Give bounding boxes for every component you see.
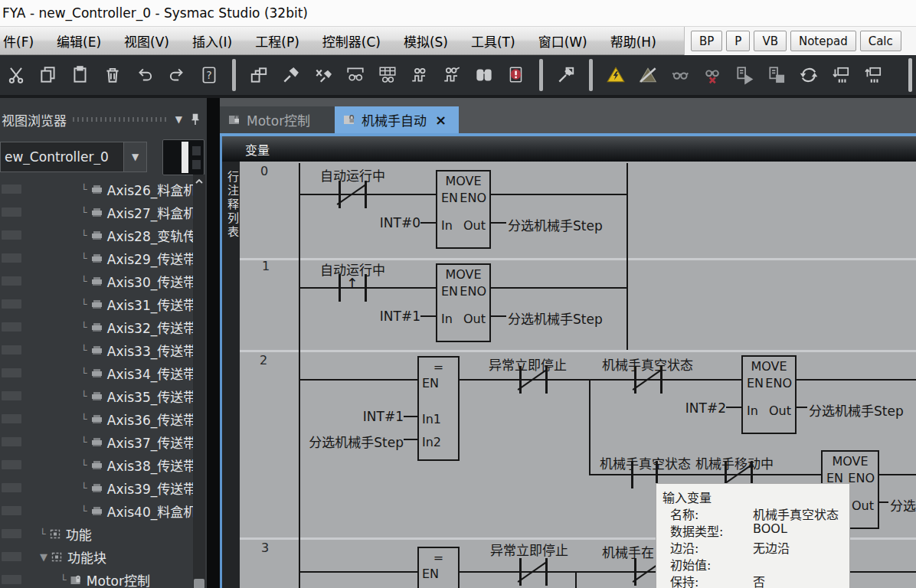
sidebar-item-axis37[interactable]: └Axis37_传送带	[0, 430, 193, 453]
transfer-to-controller-icon[interactable]	[731, 60, 757, 90]
block-in1-operand[interactable]: INT#1	[329, 409, 404, 424]
upload-from-controller-icon[interactable]	[860, 60, 886, 90]
contact-operand-label[interactable]: 异常立即停止	[489, 354, 567, 374]
tab-motor-control[interactable]: Motor控制	[220, 106, 335, 133]
toolbar-edge-handle[interactable]	[908, 58, 912, 92]
sidebar-item-axis36[interactable]: └Axis36_传送带	[0, 407, 193, 430]
cut-icon[interactable]	[3, 60, 29, 90]
delete-icon[interactable]	[100, 60, 126, 90]
watch-table-icon[interactable]	[375, 60, 401, 90]
rung-number[interactable]: 0	[260, 164, 268, 178]
sidebar-item-motor-control[interactable]: └Motor控制	[0, 568, 193, 588]
chevron-down-icon[interactable]: ▼	[123, 142, 146, 172]
block-in2-operand[interactable]: 分选机械手Step	[276, 432, 404, 451]
pane-divider[interactable]	[207, 98, 220, 588]
quick-button-bp[interactable]: BP	[691, 31, 722, 51]
menu-help[interactable]: 帮助(H)	[599, 27, 668, 54]
monitor-icon[interactable]	[667, 60, 693, 90]
go-offline-icon[interactable]	[635, 60, 661, 90]
equals-function-block[interactable]: = EN	[417, 547, 460, 588]
tab-robot-auto[interactable]: 机械手自动 ×	[335, 106, 459, 133]
download-to-controller-icon[interactable]	[828, 60, 854, 90]
block-out-operand[interactable]: 分选机械手Step	[809, 400, 904, 420]
chevron-down-icon[interactable]: ▼	[175, 114, 182, 125]
differential-trace-icon[interactable]	[439, 60, 465, 90]
move-function-block[interactable]: MOVE EN ENO In Out	[436, 263, 491, 342]
watch-window-icon[interactable]	[342, 60, 368, 90]
block-out-operand[interactable]: 分选机械手Step	[508, 309, 603, 328]
block-out-operand[interactable]: 分选	[890, 495, 916, 514]
transfer-from-controller-icon[interactable]	[764, 60, 790, 90]
menu-controller[interactable]: 控制器(C)	[311, 27, 392, 54]
rung-number[interactable]: 1	[262, 259, 270, 273]
synchronize-icon[interactable]	[796, 60, 822, 90]
controller-select[interactable]: ew_Controller_0 ▼	[0, 142, 147, 172]
sidebar-item-axis26[interactable]: └Axis26_料盒机	[0, 178, 193, 201]
redo-icon[interactable]	[164, 60, 190, 90]
quick-button-notepad[interactable]: Notepad	[790, 31, 856, 51]
help-icon[interactable]: ?	[196, 60, 222, 90]
no-contact[interactable]	[631, 461, 633, 488]
quick-button-vb[interactable]: VB	[754, 31, 787, 51]
quick-button-calc[interactable]: Calc	[860, 31, 901, 51]
rebuild-icon[interactable]	[310, 60, 336, 90]
sidebar-item-axis38[interactable]: └Axis38_传送带	[0, 453, 193, 476]
rung-comment-strip[interactable]: 行注释列表	[222, 162, 240, 588]
move-function-block[interactable]: MOVE EN ENO In Out	[741, 355, 797, 434]
undo-icon[interactable]	[132, 60, 158, 90]
wire	[420, 315, 436, 317]
menu-insert[interactable]: 插入(I)	[181, 27, 244, 54]
contact-operand-label[interactable]: 机械手真空状态	[602, 354, 693, 374]
sidebar-item-axis31[interactable]: └Axis31_传送带	[0, 292, 193, 315]
build-objects-icon[interactable]	[246, 60, 272, 90]
stop-monitor-icon[interactable]	[699, 60, 725, 90]
contact-operand-label[interactable]: 机械手真空状态	[600, 453, 691, 472]
equals-function-block[interactable]: = EN In1 In2	[417, 356, 460, 461]
contact-operand-label[interactable]: 异常立即停止	[490, 540, 568, 559]
menu-edit[interactable]: 编辑(E)	[45, 27, 113, 54]
quick-button-p[interactable]: P	[726, 31, 750, 51]
move-function-block[interactable]: MOVE EN ENO In Out	[436, 170, 491, 249]
block-out-operand[interactable]: 分选机械手Step	[508, 215, 603, 234]
sidebar-item-axis34[interactable]: └Axis34_传送带	[0, 361, 193, 384]
menu-project[interactable]: 工程(P)	[244, 27, 311, 54]
paste-icon[interactable]	[67, 60, 93, 90]
variables-bar[interactable]: 变量	[220, 136, 916, 162]
pin-icon[interactable]	[190, 113, 201, 126]
sidebar-item-functions[interactable]: └功能	[0, 522, 193, 545]
search-icon[interactable]	[471, 60, 497, 90]
menu-simulation[interactable]: 模拟(S)	[392, 27, 460, 54]
menu-file[interactable]: 件(F)	[0, 27, 45, 54]
rung-number[interactable]: 3	[261, 541, 269, 555]
sidebar-item-axis40[interactable]: └Axis40_料盒机	[0, 499, 193, 522]
sidebar-item-axis39[interactable]: └Axis39_传送带	[0, 476, 193, 499]
copy-icon[interactable]	[35, 60, 61, 90]
sidebar-item-axis33[interactable]: └Axis33_传送带	[0, 338, 193, 361]
build-controller-icon[interactable]	[553, 60, 579, 90]
close-icon[interactable]: ×	[435, 112, 447, 128]
menu-tools[interactable]: 工具(T)	[460, 27, 527, 54]
block-in-operand[interactable]: INT#0	[345, 215, 420, 230]
sidebar-item-axis32[interactable]: └Axis32_传送带	[0, 315, 193, 338]
sidebar-item-axis29[interactable]: └Axis29_传送带	[0, 247, 193, 270]
rung-number[interactable]: 2	[260, 353, 267, 368]
data-trace-icon[interactable]	[407, 60, 433, 90]
go-online-icon[interactable]	[603, 60, 629, 90]
scroll-up-icon[interactable]	[195, 176, 204, 187]
scrollbar-thumb[interactable]	[194, 579, 204, 588]
menu-window[interactable]: 窗口(W)	[527, 27, 599, 54]
sidebar-item-axis30[interactable]: └Axis30_传送带	[0, 270, 193, 292]
block-in-operand[interactable]: INT#1	[345, 309, 420, 324]
sidebar-item-axis27[interactable]: └Axis27_料盒机	[0, 201, 193, 224]
sidebar-item-axis28[interactable]: └Axis28_变轨传	[0, 224, 193, 247]
contact-operand-label[interactable]: 自动运行中	[320, 165, 385, 185]
contact-operand-label[interactable]: 机械手在	[602, 542, 654, 561]
sidebar-scrollbar[interactable]	[193, 175, 205, 588]
contact-operand-label[interactable]: 机械手移动中	[695, 453, 774, 472]
block-in-operand[interactable]: INT#2	[651, 400, 726, 416]
sidebar-item-function-blocks[interactable]: ▼功能块	[0, 545, 193, 568]
build-icon[interactable]	[278, 60, 304, 90]
troubleshoot-icon[interactable]	[503, 60, 529, 90]
sidebar-item-axis35[interactable]: └Axis35_传送带	[0, 384, 193, 407]
menu-view[interactable]: 视图(V)	[113, 27, 181, 54]
